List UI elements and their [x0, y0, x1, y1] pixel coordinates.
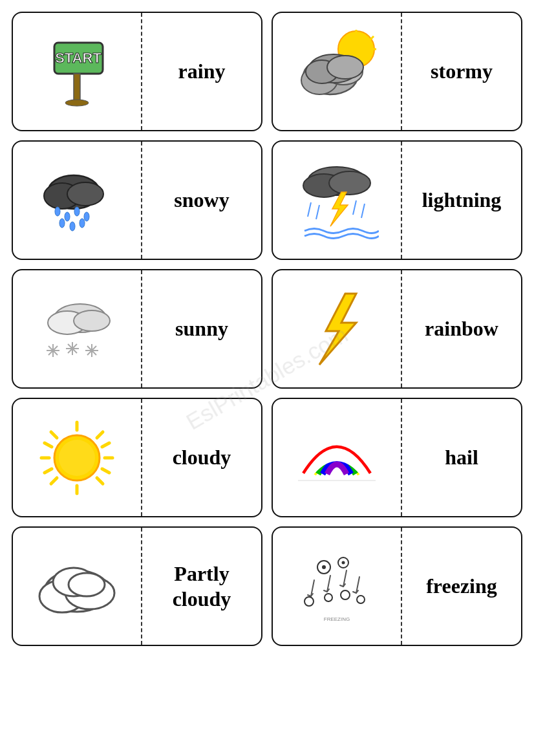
card-snowy: snowy [12, 140, 262, 260]
svg-text:FREEZING: FREEZING [324, 616, 350, 622]
svg-point-26 [329, 171, 370, 195]
svg-point-18 [65, 212, 70, 221]
svg-point-13 [327, 56, 363, 79]
svg-point-3 [65, 100, 89, 106]
svg-line-56 [51, 478, 57, 484]
svg-line-28 [308, 202, 311, 217]
card-freezing: FREEZING freezing [272, 526, 522, 646]
icon-start-sign: START [13, 13, 142, 130]
icon-freezing: FREEZING [273, 528, 402, 645]
weather-card-grid: START rainy [12, 12, 522, 646]
svg-point-87 [357, 596, 365, 603]
icon-lightning-storm [273, 142, 402, 259]
card-lightning: lightning [272, 140, 522, 260]
svg-marker-27 [330, 192, 348, 226]
svg-line-6 [370, 36, 374, 40]
label-snowy: snowy [142, 181, 261, 219]
card-cloudy: cloudy [12, 398, 262, 517]
svg-point-21 [59, 219, 65, 228]
svg-marker-47 [319, 294, 356, 365]
svg-point-61 [59, 440, 95, 476]
svg-line-54 [97, 478, 103, 484]
svg-point-34 [74, 310, 110, 331]
card-rainbow: rainbow [272, 269, 522, 389]
svg-point-22 [70, 222, 75, 231]
svg-point-86 [341, 590, 350, 599]
label-stormy: stormy [402, 52, 521, 90]
card-stormy: stormy [272, 12, 522, 131]
svg-point-85 [325, 594, 332, 601]
svg-line-60 [102, 469, 109, 473]
icon-snow-clouds [13, 270, 142, 387]
label-partly-cloudy: Partly cloudy [142, 555, 261, 618]
icon-stormy [273, 13, 402, 130]
icon-rain-cloud [13, 142, 142, 259]
card-hail: hail [272, 398, 522, 517]
svg-point-19 [74, 207, 80, 216]
card-partly-cloudy: Partly cloudy [12, 526, 262, 646]
svg-line-58 [102, 443, 109, 447]
label-cloudy: cloudy [142, 438, 261, 476]
svg-line-30 [353, 200, 356, 215]
svg-point-23 [80, 219, 85, 228]
card-sunny: sunny [12, 269, 262, 389]
svg-point-69 [322, 565, 326, 569]
label-hail: hail [402, 438, 521, 476]
icon-lightning-bolt [273, 270, 402, 387]
svg-point-20 [84, 212, 89, 221]
card-rainy: START rainy [12, 12, 262, 131]
svg-point-71 [342, 561, 345, 564]
svg-point-16 [67, 182, 103, 206]
svg-text:START: START [55, 50, 101, 66]
icon-rainbow [273, 399, 402, 516]
label-sunny: sunny [142, 310, 261, 347]
svg-rect-2 [74, 74, 80, 103]
svg-line-29 [316, 205, 319, 219]
icon-partly-cloudy [13, 528, 142, 645]
label-rainbow: rainbow [402, 310, 521, 347]
svg-line-55 [97, 432, 103, 438]
icon-sun [13, 399, 142, 516]
svg-point-84 [304, 597, 314, 606]
label-lightning: lightning [402, 181, 521, 219]
svg-line-57 [45, 443, 52, 447]
svg-line-59 [45, 469, 52, 473]
svg-point-67 [69, 573, 105, 596]
svg-line-53 [51, 432, 57, 438]
label-rainy: rainy [142, 52, 261, 90]
label-freezing: freezing [402, 567, 521, 605]
svg-line-31 [361, 204, 365, 218]
svg-point-17 [55, 207, 60, 216]
